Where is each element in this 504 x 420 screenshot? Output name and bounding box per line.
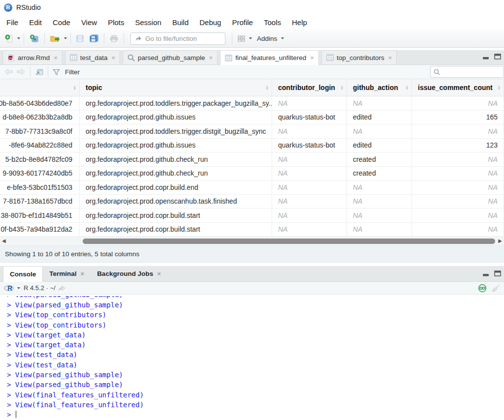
table-row[interactable]: e-bfe3-53bc01f51503org.fedoraproject.pro… (0, 180, 504, 195)
tab-final_features_unfiltered[interactable]: final_features_unfiltered× (220, 50, 319, 65)
sort-icon[interactable]: ▲▼ (73, 85, 76, 90)
menu-file[interactable]: File (1, 18, 24, 27)
save-all-button[interactable] (88, 33, 100, 44)
goto-file-function-box[interactable] (130, 32, 225, 45)
cell-github_action: NA (347, 195, 412, 209)
open-dropdown[interactable] (64, 37, 67, 39)
addins-dropdown[interactable] (281, 37, 284, 39)
column-header-rowid[interactable]: ▲▼ (0, 79, 80, 96)
tab-background-jobs[interactable]: Background Jobs× (91, 266, 167, 281)
close-icon[interactable]: × (54, 54, 58, 61)
tab-terminal[interactable]: Terminal× (43, 266, 91, 281)
tab-test_data[interactable]: test_data× (65, 50, 120, 64)
close-icon[interactable]: × (111, 54, 115, 61)
minimize-pane-icon[interactable] (482, 270, 489, 276)
tab-top_contributors[interactable]: top_contributors× (321, 50, 397, 64)
scroll-left-icon[interactable]: ◀ (2, 238, 6, 243)
cell-topic: org.fedoraproject.prod.github.check_run (80, 152, 272, 166)
back-icon[interactable] (4, 68, 13, 75)
minimize-pane-icon[interactable] (482, 54, 489, 60)
open-in-window-icon[interactable] (35, 68, 43, 76)
cell-rowid: 5-b2cb-8e8d4782fc09 (0, 152, 80, 166)
r-version-bar: R R 4.5.2 · ~/ (0, 282, 504, 295)
column-header-github_action[interactable]: github_action▲▼ (347, 79, 412, 96)
close-icon[interactable]: × (81, 270, 85, 277)
print-button[interactable] (108, 33, 120, 44)
column-header-contributor_login[interactable]: contributor_login▲▼ (272, 79, 347, 96)
column-label: contributor_login (278, 84, 335, 91)
window-titlebar: R RStudio (0, 0, 504, 15)
new-file-button[interactable] (3, 33, 15, 44)
tab-parsed_github_sample[interactable]: parsed_github_sample× (123, 50, 218, 64)
console-prompt-line[interactable]: > (7, 410, 504, 420)
maximize-pane-icon[interactable] (494, 54, 501, 60)
cell-topic: org.fedoraproject.prod.copr.build.start (80, 223, 272, 237)
viewer-search-box[interactable] (430, 66, 504, 78)
table-row[interactable]: 0f-b435-7a94ba912da2org.fedoraproject.pr… (0, 223, 504, 237)
table-row[interactable]: 0b-8a56-043b6ded80e7org.fedoraproject.pr… (0, 96, 504, 111)
close-icon[interactable]: × (157, 270, 161, 277)
close-icon[interactable]: × (310, 54, 314, 61)
panes-dropdown[interactable] (249, 37, 252, 39)
table-row[interactable]: d-b8e8-0623b3b2a8dborg.fedoraproject.pro… (0, 111, 504, 125)
tab-console[interactable]: Console (3, 266, 43, 282)
table-row[interactable]: 38-807b-ef1d14849b51org.fedoraproject.pr… (0, 209, 504, 223)
save-button[interactable] (74, 33, 86, 44)
addins-label[interactable]: Addins (257, 35, 277, 42)
sort-icon[interactable]: ▲▼ (406, 85, 409, 90)
save-all-icon (90, 34, 98, 42)
filter-icon[interactable] (53, 69, 60, 75)
table-row[interactable]: -8fe6-94ab822c88edorg.fedoraproject.prod… (0, 139, 504, 153)
filter-label[interactable]: Filter (65, 68, 80, 76)
scrollbar-thumb[interactable] (83, 239, 495, 244)
r-logo-icon[interactable]: R (4, 284, 15, 292)
menu-build[interactable]: Build (167, 18, 194, 27)
column-header-issue_comment_count[interactable]: issue_comment_count▲▼ (412, 79, 504, 96)
menu-profile[interactable]: Profile (226, 18, 258, 27)
open-wd-icon[interactable] (58, 285, 65, 291)
toolbar-separator (70, 33, 71, 44)
table-row[interactable]: 7-8bb7-77313c9a8c0forg.fedoraproject.pro… (0, 124, 504, 139)
menu-session[interactable]: Session (130, 18, 167, 27)
cell-contributor_login: NA (272, 180, 347, 194)
menu-edit[interactable]: Edit (24, 18, 47, 27)
tab-arrow.Rmd[interactable]: mdarrow.Rmd× (2, 50, 63, 64)
cell-rowid: d-b8e8-0623b3b2a8db (0, 111, 80, 124)
cell-topic: org.fedoraproject.prod.openscanhub.task.… (80, 195, 272, 209)
addins-pane-button[interactable] (236, 34, 247, 43)
rstudio-logo-icon: R (4, 3, 12, 12)
new-project-button[interactable]: R (28, 33, 41, 44)
scroll-right-icon[interactable]: ▶ (498, 238, 502, 243)
new-file-dropdown[interactable] (17, 37, 20, 39)
horizontal-scrollbar[interactable]: ◀ ▶ (0, 237, 504, 246)
maximize-pane-icon[interactable] (494, 270, 501, 276)
cell-rowid: 9-9093-601774240db5 (0, 167, 80, 180)
close-icon[interactable]: × (388, 54, 392, 61)
viewer-search-input[interactable] (442, 68, 497, 76)
column-header-topic[interactable]: topic▲▼ (80, 79, 272, 96)
menu-view[interactable]: View (76, 18, 102, 27)
table-row[interactable]: 9-9093-601774240db5org.fedoraproject.pro… (0, 167, 504, 181)
memory-usage-icon[interactable] (478, 284, 487, 293)
menu-tools[interactable]: Tools (258, 18, 286, 27)
table-row[interactable]: 5-b2cb-8e8d4782fc09org.fedoraproject.pro… (0, 152, 504, 167)
menu-code[interactable]: Code (47, 18, 76, 27)
goto-file-function-input[interactable] (145, 35, 214, 42)
sort-icon[interactable]: ▲▼ (341, 85, 344, 90)
menu-help[interactable]: Help (286, 18, 313, 27)
cell-issue_comment_count: NA (412, 167, 504, 180)
open-file-button[interactable] (48, 33, 62, 44)
clear-console-icon[interactable] (491, 285, 500, 292)
console-output[interactable]: > View(parsed_github_sample)> View(parse… (0, 295, 504, 420)
sort-icon[interactable]: ▲▼ (498, 85, 501, 90)
console-line: > View(target_data) (7, 330, 504, 340)
table-row[interactable]: 7-8167-138a1657dbcdorg.fedoraproject.pro… (0, 195, 504, 209)
console-line: > View(test_data) (7, 360, 504, 370)
r-version-dropdown[interactable] (17, 287, 20, 289)
tab-label: Terminal (49, 270, 76, 277)
forward-icon[interactable] (16, 68, 26, 75)
menu-plots[interactable]: Plots (102, 18, 129, 27)
menu-debug[interactable]: Debug (194, 18, 226, 27)
sort-icon[interactable]: ▲▼ (266, 85, 269, 90)
close-icon[interactable]: × (209, 54, 213, 61)
